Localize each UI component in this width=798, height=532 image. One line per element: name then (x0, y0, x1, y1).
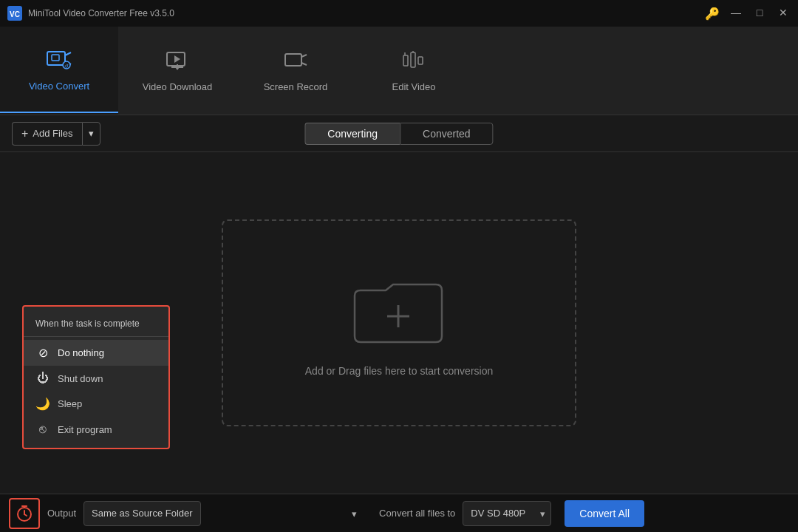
key-icon[interactable]: 🔑 (705, 7, 720, 21)
edit-video-icon (400, 50, 427, 75)
window-controls: 🔑 — □ ✕ (705, 7, 791, 21)
timer-button[interactable] (9, 498, 40, 529)
drop-zone-text: Add or Drag files here to start conversi… (305, 365, 493, 377)
svg-rect-16 (403, 55, 408, 66)
add-files-label: Add Files (33, 128, 72, 139)
popup-menu-title: When the task is complete (24, 313, 168, 337)
popup-item-do-nothing[interactable]: ⊘ Do nothing (24, 340, 168, 366)
app-title: MiniTool Video Converter Free v3.5.0 (28, 8, 705, 18)
main-content: Add or Drag files here to start conversi… (0, 152, 798, 494)
add-files-dropdown-button[interactable]: ▾ (82, 122, 100, 146)
popup-item-exit-program-label: Exit program (58, 424, 112, 435)
svg-text:VC: VC (10, 10, 20, 18)
shut-down-icon: ⏻ (35, 372, 50, 385)
svg-marker-9 (174, 55, 180, 63)
maximize-button[interactable]: □ (752, 7, 767, 21)
format-select-wrap: DV SD 480P ▾ (463, 501, 551, 526)
folder-icon (347, 270, 451, 353)
format-select[interactable]: DV SD 480P (463, 501, 551, 526)
svg-rect-13 (285, 54, 301, 66)
svg-text:↺: ↺ (64, 64, 69, 69)
svg-rect-17 (411, 52, 415, 67)
toolbar: + Add Files ▾ Converting Converted (0, 115, 798, 152)
tab-converted[interactable]: Converted (400, 123, 494, 145)
status-bar: Output Same as Source Folder ▾ Convert a… (0, 494, 798, 532)
minimize-button[interactable]: — (729, 7, 743, 21)
svg-rect-3 (52, 55, 59, 61)
output-folder-select-wrap: Same as Source Folder ▾ (83, 501, 364, 526)
svg-line-25 (24, 514, 27, 516)
svg-line-14 (301, 55, 307, 57)
popup-item-sleep-label: Sleep (58, 398, 82, 409)
close-button[interactable]: ✕ (776, 7, 791, 21)
nav-video-convert[interactable]: ↺ Video Convert (0, 27, 118, 115)
convert-all-to-label: Convert all files to (379, 508, 455, 519)
svg-line-15 (301, 63, 307, 65)
add-files-button[interactable]: + Add Files (12, 122, 82, 146)
app-logo: VC (7, 6, 22, 21)
popup-item-exit-program[interactable]: ⎋ Exit program (24, 417, 168, 442)
convert-all-button[interactable]: Convert All (565, 500, 644, 527)
popup-menu: When the task is complete ⊘ Do nothing ⏻… (22, 305, 170, 449)
video-convert-icon: ↺ (46, 49, 72, 75)
nav-edit-video-label: Edit Video (392, 81, 435, 92)
popup-item-do-nothing-label: Do nothing (58, 347, 104, 358)
popup-item-shut-down[interactable]: ⏻ Shut down (24, 366, 168, 391)
output-folder-select[interactable]: Same as Source Folder (83, 501, 201, 526)
drop-zone[interactable]: Add or Drag files here to start conversi… (222, 219, 576, 426)
sleep-icon: 🌙 (35, 397, 50, 411)
svg-line-4 (65, 52, 71, 55)
title-bar: VC MiniTool Video Converter Free v3.5.0 … (0, 0, 798, 27)
nav-video-download-label: Video Download (143, 81, 212, 92)
exit-program-icon: ⎋ (35, 423, 50, 436)
add-files-plus-icon: + (21, 127, 28, 140)
screen-record-icon (282, 50, 309, 75)
add-files-group: + Add Files ▾ (12, 122, 100, 146)
output-label: Output (47, 508, 76, 519)
popup-item-shut-down-label: Shut down (58, 373, 103, 384)
nav-screen-record[interactable]: Screen Record (236, 27, 355, 115)
tab-converting[interactable]: Converting (304, 123, 400, 145)
output-select-arrow-icon: ▾ (352, 508, 357, 519)
nav-bar: ↺ Video Convert Video Download Screen Re… (0, 27, 798, 115)
nav-video-download[interactable]: Video Download (118, 27, 236, 115)
svg-rect-18 (418, 57, 423, 64)
video-download-icon (164, 50, 191, 75)
nav-edit-video[interactable]: Edit Video (355, 27, 473, 115)
svg-marker-12 (175, 67, 180, 70)
popup-item-sleep[interactable]: 🌙 Sleep (24, 391, 168, 417)
nav-video-convert-label: Video Convert (29, 81, 89, 92)
tab-bar: Converting Converted (304, 123, 493, 145)
nav-screen-record-label: Screen Record (264, 81, 328, 92)
chevron-down-icon: ▾ (89, 128, 94, 139)
do-nothing-icon: ⊘ (35, 346, 50, 360)
svg-rect-2 (47, 52, 65, 65)
timer-icon (16, 505, 33, 522)
